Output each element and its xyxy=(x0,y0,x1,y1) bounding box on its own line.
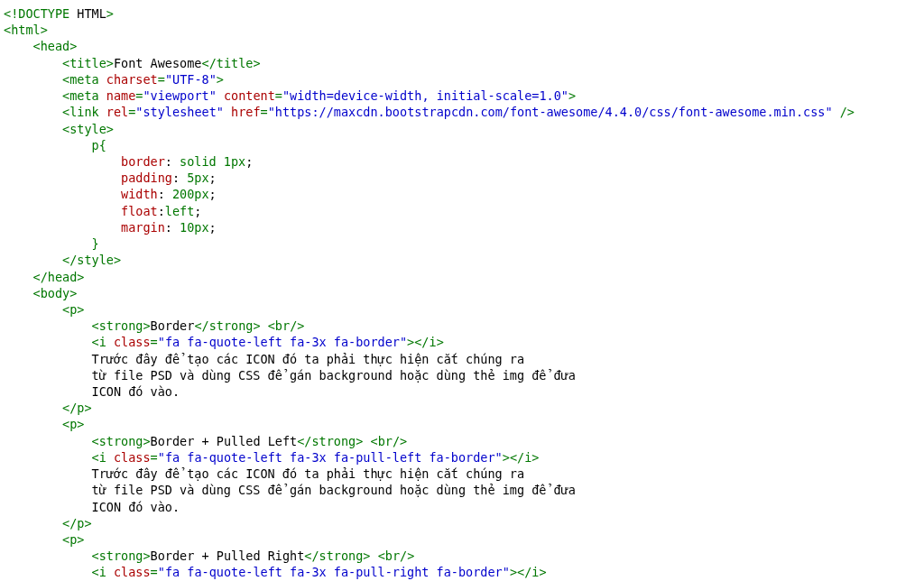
doctype-value: HTML xyxy=(77,6,106,21)
paragraph-line-1: Trước đây để tạo các ICON đó ta phải thự… xyxy=(92,352,525,366)
source-code-block: <!DOCTYPE HTML> <html> <head> <title>Fon… xyxy=(0,0,924,581)
section-2-title: Border + Pulled Left xyxy=(151,434,298,448)
section-3-title: Border + Pulled Right xyxy=(151,549,305,563)
paragraph-line-3: ICON đó vào. xyxy=(92,384,180,399)
paragraph-line-2: từ file PSD và dùng CSS để gán backgroun… xyxy=(92,368,576,383)
title-text: Font Awesome xyxy=(114,56,202,70)
section-1-title: Border xyxy=(151,318,195,333)
